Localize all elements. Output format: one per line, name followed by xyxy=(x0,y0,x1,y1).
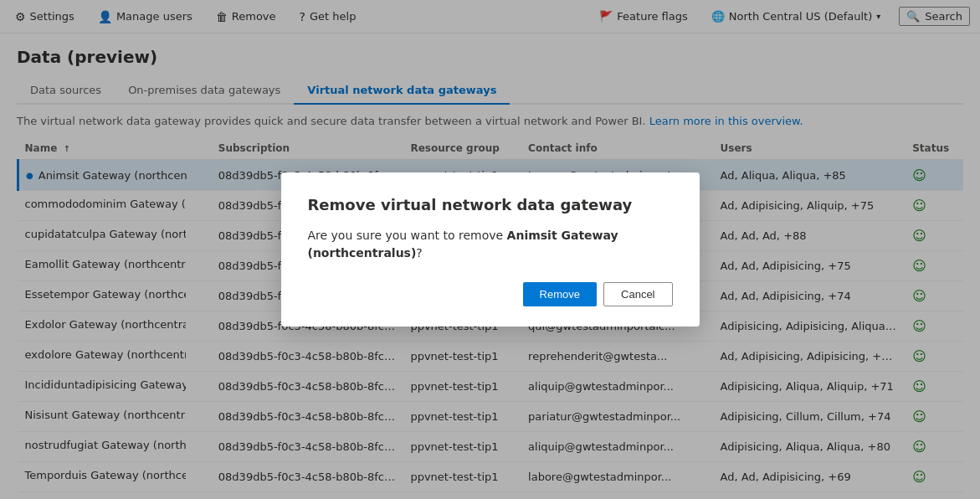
modal-title: Remove virtual network data gateway xyxy=(308,196,673,213)
modal-actions: Remove Cancel xyxy=(308,282,673,306)
modal-overlay[interactable]: Remove virtual network data gateway Are … xyxy=(0,0,980,492)
modal-body: Are you sure you want to remove Animsit … xyxy=(308,227,673,262)
modal-remove-button[interactable]: Remove xyxy=(523,282,597,306)
modal-body-prefix: Are you sure you want to remove xyxy=(308,229,507,242)
modal-body-suffix: ? xyxy=(416,246,422,260)
modal-cancel-button[interactable]: Cancel xyxy=(603,282,672,306)
remove-gateway-modal: Remove virtual network data gateway Are … xyxy=(281,172,700,327)
